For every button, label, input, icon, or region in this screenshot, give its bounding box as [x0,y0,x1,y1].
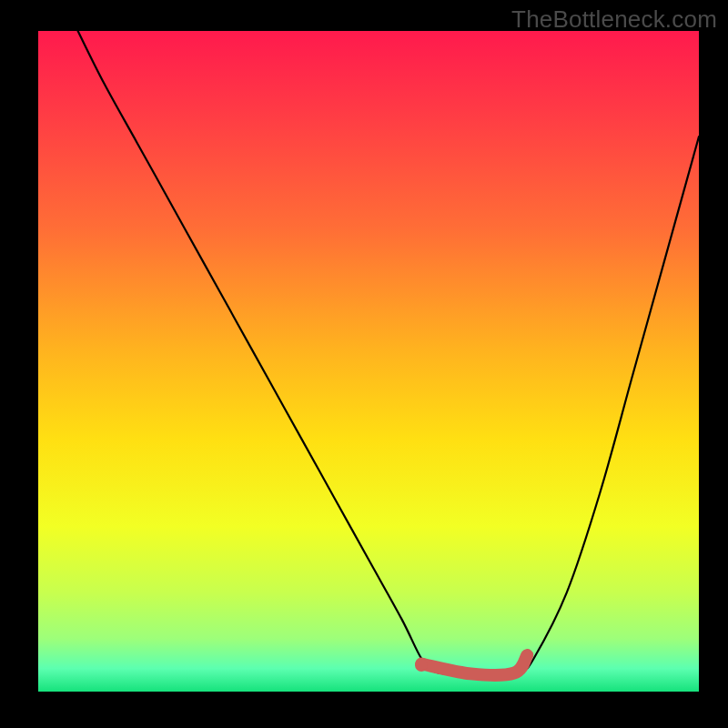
chart-frame: TheBottleneck.com [0,0,728,728]
bottleneck-curve [78,31,699,675]
plot-area [38,31,699,692]
chart-overlay [38,31,699,692]
optimal-range-highlight [421,655,527,675]
watermark-text: TheBottleneck.com [511,5,717,34]
optimal-marker-dot [415,659,428,672]
